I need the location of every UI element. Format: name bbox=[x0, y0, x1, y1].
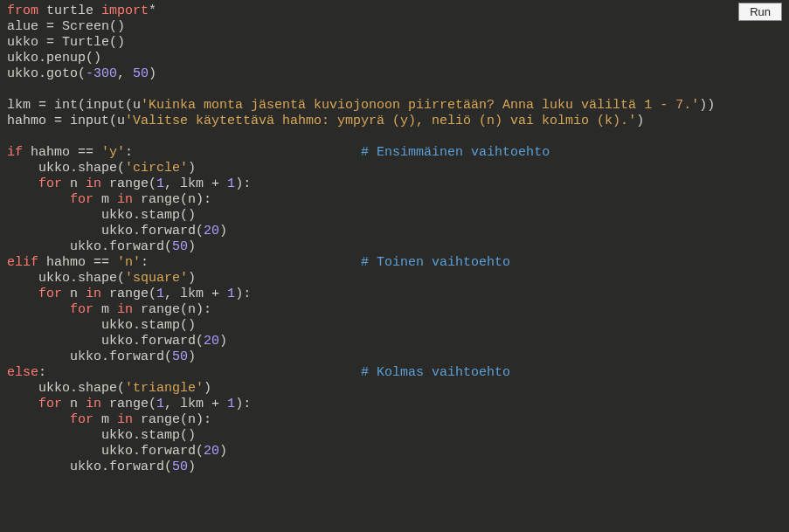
token-kw: in bbox=[117, 302, 133, 317]
code-line[interactable]: ukko.stamp() bbox=[7, 428, 782, 444]
run-button[interactable]: Run bbox=[738, 3, 782, 21]
token-kw: in bbox=[86, 397, 101, 411]
token-plain: ukko.forward( bbox=[7, 349, 172, 364]
token-num: 50 bbox=[172, 459, 188, 474]
code-line[interactable]: ukko.shape('triangle') bbox=[7, 381, 782, 397]
token-plain: , lkm + bbox=[164, 176, 227, 191]
token-plain: ): bbox=[235, 397, 251, 411]
code-line[interactable]: ukko.shape('circle') bbox=[7, 161, 782, 176]
token-plain: n bbox=[62, 287, 86, 301]
token-kw: in bbox=[86, 176, 101, 191]
token-plain: ) bbox=[188, 239, 196, 254]
token-plain bbox=[7, 302, 70, 317]
token-str: 'square' bbox=[125, 271, 188, 286]
code-line[interactable]: elif hahmo == 'n': # Toinen vaihtoehto bbox=[7, 255, 782, 271]
token-plain: : bbox=[141, 255, 361, 270]
code-line[interactable]: for m in range(n): bbox=[7, 192, 782, 208]
token-plain: ukko.shape( bbox=[7, 271, 125, 286]
code-line[interactable]: for m in range(n): bbox=[7, 302, 782, 318]
token-plain: ) bbox=[219, 444, 227, 459]
token-cmt: # Kolmas vaihtoehto bbox=[361, 365, 510, 380]
code-line[interactable]: for n in range(1, lkm + 1): bbox=[7, 287, 782, 302]
token-plain: ukko.forward( bbox=[7, 224, 204, 238]
code-line[interactable]: hahmo = input(u'Valitse käytettävä hahmo… bbox=[7, 114, 782, 129]
token-plain: ): bbox=[235, 176, 251, 191]
token-plain: , lkm + bbox=[164, 287, 227, 301]
token-plain: : bbox=[38, 365, 361, 380]
token-plain bbox=[7, 397, 38, 411]
token-kw: for bbox=[70, 302, 93, 317]
code-line[interactable]: for n in range(1, lkm + 1): bbox=[7, 176, 782, 192]
token-plain: ) bbox=[636, 114, 644, 128]
token-plain bbox=[7, 176, 38, 191]
code-line[interactable]: ukko.penup() bbox=[7, 51, 782, 66]
token-kw: if bbox=[7, 145, 23, 160]
code-line[interactable]: ukko.forward(50) bbox=[7, 349, 782, 365]
token-str: 'n' bbox=[117, 255, 141, 270]
token-plain: range( bbox=[101, 397, 156, 411]
token-plain: range(n): bbox=[133, 192, 211, 207]
code-line[interactable]: ukko.forward(50) bbox=[7, 239, 782, 255]
code-line[interactable]: ukko.forward(50) bbox=[7, 459, 782, 475]
token-plain: * bbox=[149, 3, 156, 18]
token-plain: ) bbox=[204, 381, 211, 396]
token-plain: turtle bbox=[38, 3, 101, 18]
code-line[interactable]: from turtle import* bbox=[7, 3, 782, 19]
code-line[interactable]: ukko.goto(-300, 50) bbox=[7, 66, 782, 82]
code-line[interactable]: ukko.forward(20) bbox=[7, 334, 782, 349]
code-line[interactable]: for m in range(n): bbox=[7, 412, 782, 428]
code-line[interactable]: ukko = Turtle() bbox=[7, 35, 782, 51]
token-str: 'triangle' bbox=[125, 381, 204, 396]
code-line[interactable]: ukko.stamp() bbox=[7, 318, 782, 334]
token-plain: ): bbox=[235, 287, 251, 301]
token-plain: ukko.forward( bbox=[7, 459, 172, 474]
token-num: 20 bbox=[204, 224, 219, 238]
token-plain: hahmo == bbox=[38, 255, 117, 270]
token-plain: ukko.stamp() bbox=[7, 428, 196, 443]
token-plain: ) bbox=[188, 161, 196, 176]
token-plain: n bbox=[62, 397, 86, 411]
token-str: 'Valitse käytettävä hahmo: ympyrä (y), n… bbox=[125, 114, 636, 128]
token-plain: , bbox=[117, 66, 133, 81]
code-line[interactable] bbox=[7, 129, 782, 145]
code-line[interactable] bbox=[7, 82, 782, 98]
token-num: 50 bbox=[172, 349, 188, 364]
token-num: 1 bbox=[227, 176, 235, 191]
token-plain: ukko = Turtle() bbox=[7, 35, 125, 50]
token-kw: for bbox=[70, 412, 93, 427]
token-kw: for bbox=[38, 287, 62, 301]
token-plain: ukko.forward( bbox=[7, 334, 204, 349]
token-plain: : bbox=[125, 145, 361, 160]
token-plain: ) bbox=[219, 334, 227, 349]
token-num: 1 bbox=[156, 176, 164, 191]
token-plain: m bbox=[93, 302, 117, 317]
token-plain: range( bbox=[101, 176, 156, 191]
token-plain: m bbox=[93, 412, 117, 427]
code-line[interactable]: else: # Kolmas vaihtoehto bbox=[7, 365, 782, 381]
token-plain: ukko.shape( bbox=[7, 161, 125, 176]
token-plain bbox=[7, 192, 70, 207]
token-num: 20 bbox=[204, 334, 219, 349]
token-plain: lkm = int(input(u bbox=[7, 98, 141, 113]
token-plain: alue = Screen() bbox=[7, 19, 125, 34]
token-num: 1 bbox=[156, 397, 164, 411]
code-line[interactable]: ukko.stamp() bbox=[7, 208, 782, 224]
token-num: 50 bbox=[172, 239, 188, 254]
code-editor[interactable]: from turtle import*alue = Screen()ukko =… bbox=[0, 0, 789, 482]
code-line[interactable]: if hahmo == 'y': # Ensimmäinen vaihtoeht… bbox=[7, 145, 782, 161]
token-kw: in bbox=[117, 412, 133, 427]
token-plain: ukko.forward( bbox=[7, 239, 172, 254]
token-plain: )) bbox=[699, 98, 715, 113]
token-plain: m bbox=[93, 192, 117, 207]
code-line[interactable]: lkm = int(input(u'Kuinka monta jäsentä k… bbox=[7, 98, 782, 114]
code-line[interactable]: ukko.forward(20) bbox=[7, 224, 782, 239]
code-line[interactable]: ukko.forward(20) bbox=[7, 444, 782, 459]
token-kw: for bbox=[38, 176, 62, 191]
token-str: 'y' bbox=[101, 145, 125, 160]
token-plain: ) bbox=[188, 459, 196, 474]
token-num: 1 bbox=[227, 397, 235, 411]
code-line[interactable]: ukko.shape('square') bbox=[7, 271, 782, 287]
code-line[interactable]: alue = Screen() bbox=[7, 19, 782, 35]
token-kw: elif bbox=[7, 255, 38, 270]
code-line[interactable]: for n in range(1, lkm + 1): bbox=[7, 397, 782, 412]
